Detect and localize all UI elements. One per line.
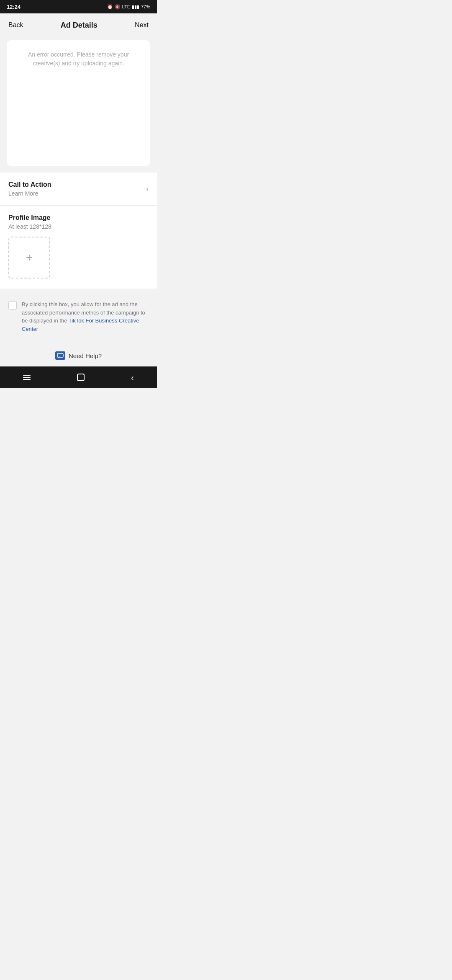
nav-menu-button[interactable] xyxy=(23,375,31,380)
consent-section: By clicking this box, you allow for the … xyxy=(0,292,157,341)
top-nav: Back Ad Details Next xyxy=(0,13,157,37)
page-title: Ad Details xyxy=(61,21,98,30)
need-help-section[interactable]: Need Help? xyxy=(0,341,157,366)
battery-text: 77% xyxy=(141,4,150,9)
chevron-right-icon: › xyxy=(146,185,149,193)
svg-rect-0 xyxy=(57,353,63,357)
chat-icon-svg xyxy=(57,353,64,358)
error-message: An error occurred. Please remove your cr… xyxy=(15,50,142,68)
next-button[interactable]: Next xyxy=(135,21,149,29)
call-to-action-section: Call to Action Learn More › xyxy=(0,173,157,205)
section-divider-2 xyxy=(0,289,157,292)
image-upload-box[interactable]: + xyxy=(8,237,50,279)
call-to-action-label: Call to Action xyxy=(8,181,51,188)
help-icon xyxy=(55,351,65,360)
call-to-action-content: Call to Action Learn More xyxy=(8,181,51,197)
error-container: An error occurred. Please remove your cr… xyxy=(7,40,150,166)
back-arrow-icon: ‹ xyxy=(131,373,134,382)
menu-lines-icon xyxy=(23,375,31,380)
status-bar: 12:24 ⏰ 🔇 LTE ▮▮▮ 77% xyxy=(0,0,157,13)
call-to-action-value: Learn More xyxy=(8,190,51,197)
consent-checkbox-wrapper[interactable] xyxy=(8,301,17,309)
signal-icon: ▮▮▮ xyxy=(132,4,139,10)
consent-text: By clicking this box, you allow for the … xyxy=(22,300,149,333)
nav-back-button[interactable]: ‹ xyxy=(131,373,134,382)
status-time: 12:24 xyxy=(7,4,21,10)
alarm-icon: ⏰ xyxy=(107,4,113,10)
profile-image-sublabel: At least 128*128 xyxy=(8,223,149,230)
bottom-nav-bar: ‹ xyxy=(0,366,157,388)
profile-image-section: Profile Image At least 128*128 + xyxy=(0,206,157,289)
status-icons: ⏰ 🔇 LTE ▮▮▮ 77% xyxy=(107,4,150,10)
call-to-action-row[interactable]: Call to Action Learn More › xyxy=(8,181,149,197)
add-image-icon: + xyxy=(26,252,33,263)
lte-icon: LTE xyxy=(122,4,130,9)
nav-home-button[interactable] xyxy=(77,374,85,381)
need-help-label: Need Help? xyxy=(69,352,102,359)
mute-icon: 🔇 xyxy=(115,4,121,10)
consent-checkbox[interactable] xyxy=(8,301,17,309)
section-divider-1 xyxy=(0,169,157,173)
profile-image-label: Profile Image xyxy=(8,214,149,222)
home-square-icon xyxy=(77,374,85,381)
back-button[interactable]: Back xyxy=(8,21,23,29)
